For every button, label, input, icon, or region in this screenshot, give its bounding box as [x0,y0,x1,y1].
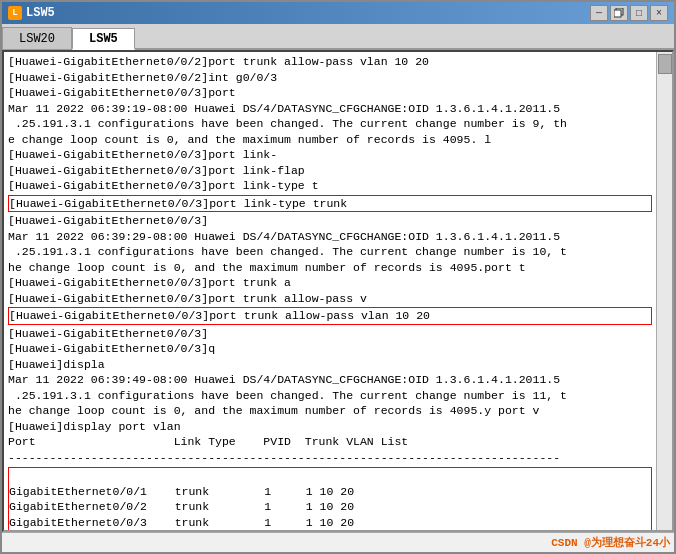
csdn-badge: CSDN @为理想奋斗24小 [551,535,670,550]
scrollbar[interactable] [656,52,672,530]
restore-button[interactable] [610,5,628,21]
close-button[interactable]: × [650,5,668,21]
main-window: L LSW5 ─ □ × LSW20 LSW5 [Huawei-GigabitE… [0,0,676,554]
bottom-bar: CSDN @为理想奋斗24小 [2,532,674,552]
svg-rect-1 [614,10,621,17]
tab-LSW5[interactable]: LSW5 [72,28,135,50]
scrollbar-thumb[interactable] [658,54,672,74]
maximize-button[interactable]: □ [630,5,648,21]
window-controls: ─ □ × [590,5,668,21]
terminal-output: [Huawei-GigabitEthernet0/0/2]port trunk … [8,54,652,530]
tab-LSW20[interactable]: LSW20 [2,27,72,49]
app-icon: L [8,6,22,20]
minimize-button[interactable]: ─ [590,5,608,21]
window-title: LSW5 [26,6,55,20]
terminal[interactable]: [Huawei-GigabitEthernet0/0/2]port trunk … [4,52,656,530]
content-area: [Huawei-GigabitEthernet0/0/2]port trunk … [2,50,674,532]
tab-bar: LSW20 LSW5 [2,24,674,50]
title-bar: L LSW5 ─ □ × [2,2,674,24]
title-bar-left: L LSW5 [8,6,55,20]
